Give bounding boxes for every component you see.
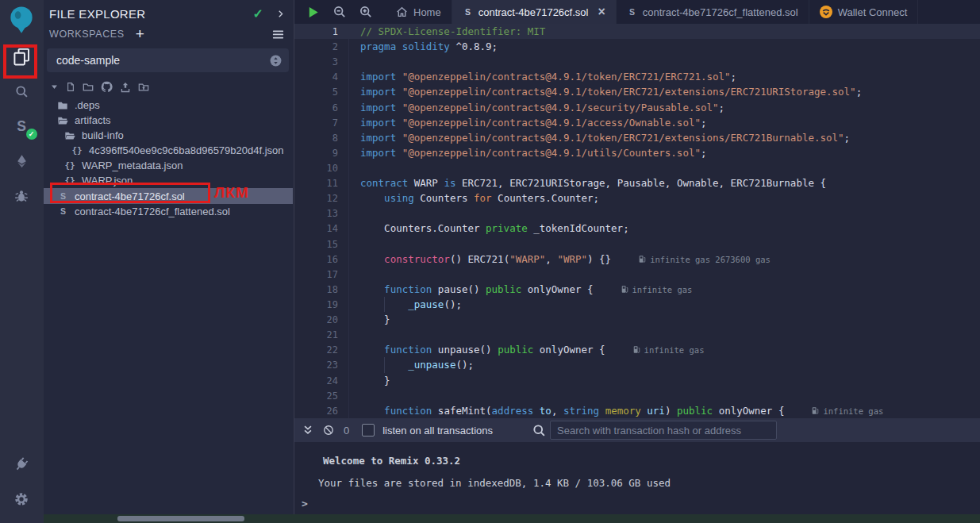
- line-number: 10: [294, 161, 338, 176]
- workspace-name: code-sample: [56, 54, 270, 67]
- code-line-11[interactable]: 11contract WARP is ERC721, ERC721URIStor…: [294, 175, 980, 190]
- gas-pump-icon: [638, 255, 647, 263]
- activity-search[interactable]: [0, 74, 44, 109]
- tree-item-contract-4be71726cf.sol[interactable]: Scontract-4be71726cf.sol: [44, 188, 293, 204]
- code-line-13[interactable]: 13: [294, 206, 980, 221]
- upload-folder-icon[interactable]: [138, 82, 149, 93]
- code-line-18[interactable]: 18 function pause() public onlyOwner {in…: [294, 282, 980, 297]
- code-line-22[interactable]: 22 function unpause() public onlyOwner {…: [294, 342, 980, 357]
- code-line-19[interactable]: 19 _pause();: [294, 297, 980, 312]
- line-number: 12: [294, 191, 338, 206]
- code-line-4[interactable]: 4import "@openzeppelin/contracts@4.9.1/t…: [294, 69, 980, 84]
- code-line-10[interactable]: 10: [294, 160, 980, 175]
- tab-close-icon[interactable]: ×: [598, 6, 605, 17]
- compile-success-badge: ✓: [26, 129, 37, 140]
- zoom-in-icon[interactable]: [359, 6, 372, 18]
- activity-debugger[interactable]: [0, 179, 44, 213]
- tree-item-build-info[interactable]: build-info: [44, 128, 293, 143]
- horizontal-scrollbar-track: [44, 514, 980, 523]
- check-icon: ✓: [253, 6, 263, 21]
- tree-item-WARP.json[interactable]: {}WARP.json: [44, 173, 293, 188]
- code-line-24[interactable]: 24 }: [294, 373, 980, 388]
- line-number: 18: [294, 283, 338, 298]
- code-text: import "@openzeppelin/contracts@4.9.1/ut…: [360, 147, 707, 159]
- tree-item-artifacts[interactable]: artifacts: [44, 113, 293, 128]
- tree-item-label: WARP.json: [82, 175, 133, 187]
- code-line-9[interactable]: 9import "@openzeppelin/contracts@4.9.1/u…: [294, 145, 980, 160]
- activity-remix-logo[interactable]: [0, 1, 44, 39]
- line-number: 8: [294, 131, 338, 146]
- code-line-1[interactable]: 1// SPDX-License-Identifier: MIT: [294, 24, 980, 39]
- tree-item-contract-4be71726cf_flattened.sol[interactable]: Scontract-4be71726cf_flattened.sol: [44, 204, 293, 219]
- activity-solidity-compiler[interactable]: S✓: [0, 109, 44, 144]
- code-line-12[interactable]: 12 using Counters for Counters.Counter;: [294, 190, 980, 206]
- gas-pump-icon: [811, 406, 820, 415]
- line-number: 16: [294, 252, 338, 267]
- collapse-caret-icon[interactable]: [50, 83, 59, 91]
- editor-controls: [294, 0, 386, 24]
- code-line-21[interactable]: 21: [294, 327, 980, 342]
- svg-text:S: S: [17, 118, 26, 134]
- workspace-sort-icon: [270, 55, 282, 67]
- tab-wallet-connect[interactable]: Wallet Connect: [809, 0, 919, 24]
- terminal[interactable]: Welcome to Remix 0.33.2 Your files are s…: [294, 442, 980, 514]
- code-line-16[interactable]: 16 constructor() ERC721("WARP", "WRP") {…: [294, 252, 980, 267]
- add-workspace-icon[interactable]: +: [136, 29, 144, 40]
- activity-plugin-manager[interactable]: [0, 447, 44, 482]
- code-line-20[interactable]: 20 }: [294, 312, 980, 327]
- code-line-3[interactable]: 3: [294, 54, 980, 69]
- tab-contract-4be71726cf-sol[interactable]: Scontract-4be71726cf.sol×: [452, 0, 617, 24]
- listen-transactions-checkbox[interactable]: [362, 424, 375, 436]
- terminal-welcome-line: Welcome to Remix 0.33.2: [323, 455, 460, 467]
- code-text: function unpause() public onlyOwner {: [360, 344, 605, 356]
- gas-estimate-annotation: infinite gas 2673600 gas: [638, 255, 771, 264]
- clear-console-icon[interactable]: [323, 425, 334, 436]
- code-line-17[interactable]: 17: [294, 267, 980, 282]
- wallet-icon: [820, 6, 832, 18]
- code-line-8[interactable]: 8import "@openzeppelin/contracts@4.9.1/t…: [294, 130, 980, 145]
- activity-settings[interactable]: [0, 482, 44, 517]
- code-text: contract WARP is ERC721, ERC721URIStorag…: [360, 177, 826, 189]
- gas-estimate-annotation: infinite gas: [632, 345, 705, 355]
- upload-file-icon[interactable]: [120, 82, 131, 93]
- tree-item-4c396ff540ee9c9c6ba8d96579b20d4f.json[interactable]: {}4c396ff540ee9c9c6ba8d96579b20d4f.json: [44, 143, 293, 158]
- new-folder-icon[interactable]: [83, 82, 94, 93]
- svg-text:S: S: [629, 7, 635, 17]
- code-line-26[interactable]: 26 function safeMint(address to, string …: [294, 403, 980, 418]
- code-line-5[interactable]: 5import "@openzeppelin/contracts@4.9.1/t…: [294, 84, 980, 99]
- code-line-15[interactable]: 15: [294, 237, 980, 252]
- gas-estimate-annotation: infinite gas: [621, 285, 693, 294]
- code-line-14[interactable]: 14 Counters.Counter private _tokenIdCoun…: [294, 221, 980, 236]
- zoom-out-icon[interactable]: [333, 6, 346, 18]
- tree-item-WARP_metadata.json[interactable]: {}WARP_metadata.json: [44, 158, 293, 173]
- code-line-2[interactable]: 2pragma solidity ^0.8.9;: [294, 39, 980, 54]
- terminal-search-input[interactable]: [550, 421, 777, 440]
- new-file-icon[interactable]: [66, 82, 75, 92]
- line-number: 23: [294, 358, 338, 373]
- run-script-button[interactable]: [306, 6, 320, 19]
- workspace-select[interactable]: code-sample: [47, 48, 289, 72]
- code-line-23[interactable]: 23 _unpause();: [294, 357, 980, 372]
- activity-bar: S✓: [0, 0, 44, 523]
- clone-github-icon[interactable]: [101, 81, 113, 93]
- tree-item-label: build-info: [82, 129, 124, 141]
- terminal-expand-icon[interactable]: [302, 425, 313, 436]
- code-editor[interactable]: 1// SPDX-License-Identifier: MIT2pragma …: [294, 24, 980, 418]
- terminal-prompt[interactable]: >: [302, 498, 308, 510]
- code-line-6[interactable]: 6import "@openzeppelin/contracts@4.9.1/s…: [294, 100, 980, 115]
- tab-contract-4be71726cf-flattened-sol[interactable]: Scontract-4be71726cf_flattened.sol: [617, 0, 809, 24]
- terminal-search-icon[interactable]: [532, 424, 546, 437]
- tab-home[interactable]: Home: [386, 0, 452, 24]
- activity-deploy-run[interactable]: [0, 144, 44, 179]
- home-icon: [396, 6, 408, 18]
- code-line-25[interactable]: 25: [294, 388, 980, 403]
- workspace-menu-icon[interactable]: [271, 29, 285, 40]
- tree-item-.deps[interactable]: .deps: [44, 98, 293, 113]
- line-number: 1: [294, 25, 338, 40]
- line-number: 17: [294, 267, 338, 283]
- code-line-7[interactable]: 7import "@openzeppelin/contracts@4.9.1/a…: [294, 115, 980, 130]
- horizontal-scrollbar-thumb[interactable]: [117, 516, 244, 521]
- remix-ide-window: S✓ FILE EXPLORER ✓ WORKSPACES + code-sam…: [0, 0, 980, 523]
- activity-file-explorer[interactable]: [0, 39, 44, 74]
- chevron-right-icon[interactable]: [276, 10, 285, 18]
